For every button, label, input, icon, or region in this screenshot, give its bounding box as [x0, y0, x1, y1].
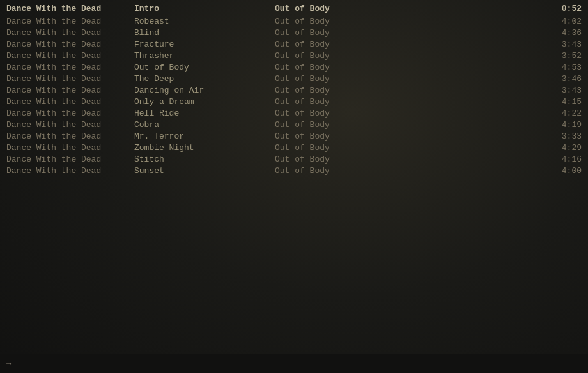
- track-title: Thrasher: [134, 51, 275, 61]
- track-artist: Dance With the Dead: [6, 97, 134, 107]
- track-duration: 3:43: [543, 40, 582, 49]
- track-title: Blind: [134, 28, 275, 38]
- track-title: Cobra: [134, 120, 275, 130]
- track-duration: 4:19: [543, 120, 582, 130]
- track-duration: 4:15: [543, 97, 582, 107]
- track-album: Out of Body: [275, 166, 543, 176]
- track-title: Zombie Night: [134, 143, 275, 153]
- track-artist: Dance With the Dead: [6, 28, 134, 38]
- track-title: Hell Ride: [134, 109, 275, 118]
- track-artist: Dance With the Dead: [6, 155, 134, 164]
- track-album: Out of Body: [275, 97, 543, 107]
- track-title: Mr. Terror: [134, 132, 275, 141]
- track-row[interactable]: Dance With the DeadBlindOut of Body4:36: [0, 27, 588, 38]
- track-artist: Dance With the Dead: [6, 17, 134, 26]
- track-row[interactable]: Dance With the DeadDancing on AirOut of …: [0, 84, 588, 96]
- track-list: Dance With the Dead Intro Out of Body 0:…: [0, 0, 588, 179]
- track-title: Robeast: [134, 17, 275, 26]
- track-duration: 4:53: [543, 63, 582, 72]
- track-duration: 4:29: [543, 143, 582, 153]
- track-artist: Dance With the Dead: [6, 86, 134, 95]
- track-duration: 4:00: [543, 166, 582, 176]
- track-artist: Dance With the Dead: [6, 143, 134, 153]
- track-album: Out of Body: [275, 40, 543, 49]
- header-duration: 0:52: [543, 4, 582, 13]
- track-row[interactable]: Dance With the DeadOnly a DreamOut of Bo…: [0, 96, 588, 107]
- track-title: The Deep: [134, 74, 275, 84]
- track-duration: 4:16: [543, 155, 582, 164]
- track-title: Sunset: [134, 166, 275, 176]
- track-duration: 4:02: [543, 17, 582, 26]
- track-row[interactable]: Dance With the DeadFractureOut of Body3:…: [0, 38, 588, 50]
- track-album: Out of Body: [275, 155, 543, 164]
- track-row[interactable]: Dance With the DeadMr. TerrorOut of Body…: [0, 130, 588, 142]
- track-row[interactable]: Dance With the DeadThrasherOut of Body3:…: [0, 50, 588, 61]
- track-album: Out of Body: [275, 74, 543, 84]
- track-row[interactable]: Dance With the DeadThe DeepOut of Body3:…: [0, 73, 588, 84]
- track-row[interactable]: Dance With the DeadHell RideOut of Body4…: [0, 107, 588, 119]
- track-row[interactable]: Dance With the DeadRobeastOut of Body4:0…: [0, 15, 588, 27]
- track-list-header: Dance With the Dead Intro Out of Body 0:…: [0, 3, 588, 14]
- track-album: Out of Body: [275, 17, 543, 26]
- track-title: Dancing on Air: [134, 86, 275, 95]
- track-album: Out of Body: [275, 51, 543, 61]
- track-album: Out of Body: [275, 120, 543, 130]
- bottom-bar: →: [0, 354, 588, 373]
- track-artist: Dance With the Dead: [6, 109, 134, 118]
- track-album: Out of Body: [275, 63, 543, 72]
- track-row[interactable]: Dance With the DeadOut of BodyOut of Bod…: [0, 61, 588, 73]
- track-album: Out of Body: [275, 86, 543, 95]
- track-row[interactable]: Dance With the DeadCobraOut of Body4:19: [0, 119, 588, 130]
- track-artist: Dance With the Dead: [6, 166, 134, 176]
- track-title: Stitch: [134, 155, 275, 164]
- track-duration: 3:52: [543, 51, 582, 61]
- track-artist: Dance With the Dead: [6, 120, 134, 130]
- track-row[interactable]: Dance With the DeadSunsetOut of Body4:00: [0, 165, 588, 176]
- track-album: Out of Body: [275, 143, 543, 153]
- track-row[interactable]: Dance With the DeadStitchOut of Body4:16: [0, 153, 588, 165]
- header-album: Out of Body: [275, 4, 543, 13]
- track-artist: Dance With the Dead: [6, 74, 134, 84]
- header-artist: Dance With the Dead: [6, 4, 134, 13]
- track-duration: 3:43: [543, 86, 582, 95]
- track-duration: 3:33: [543, 132, 582, 141]
- track-duration: 4:22: [543, 109, 582, 118]
- track-title: Fracture: [134, 40, 275, 49]
- track-title: Only a Dream: [134, 97, 275, 107]
- arrow-icon: →: [6, 360, 11, 369]
- track-artist: Dance With the Dead: [6, 40, 134, 49]
- track-album: Out of Body: [275, 109, 543, 118]
- track-title: Out of Body: [134, 63, 275, 72]
- track-duration: 4:36: [543, 28, 582, 38]
- track-artist: Dance With the Dead: [6, 132, 134, 141]
- track-artist: Dance With the Dead: [6, 63, 134, 72]
- track-artist: Dance With the Dead: [6, 51, 134, 61]
- track-album: Out of Body: [275, 132, 543, 141]
- track-album: Out of Body: [275, 28, 543, 38]
- track-row[interactable]: Dance With the DeadZombie NightOut of Bo…: [0, 142, 588, 153]
- track-duration: 3:46: [543, 74, 582, 84]
- header-title: Intro: [134, 4, 275, 13]
